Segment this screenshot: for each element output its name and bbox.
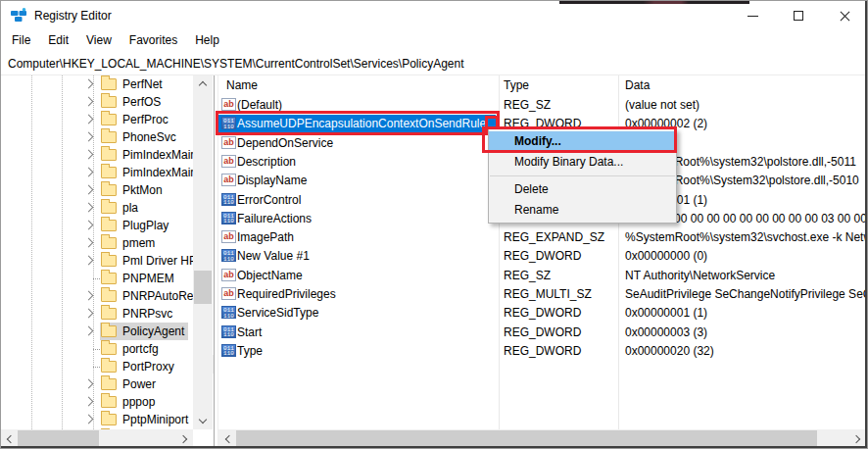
value-name: (Default) xyxy=(237,98,282,112)
expand-chevron-icon[interactable] xyxy=(84,397,94,407)
expand-chevron-icon[interactable] xyxy=(84,415,94,424)
tree-item-pml-driver-hp[interactable]: Pml Driver HP xyxy=(1,252,193,270)
tree-item-body[interactable]: pmem xyxy=(100,234,159,252)
tree-item-pmem[interactable]: pmem xyxy=(1,234,193,252)
expand-chevron-icon[interactable] xyxy=(84,291,94,301)
tree-item-phonesvc[interactable]: PhoneSvc xyxy=(1,128,193,146)
tree-item-body[interactable]: PerfOS xyxy=(100,93,165,111)
tree-item-pimindexmain[interactable]: PimIndexMain xyxy=(1,164,193,181)
tree-item-pptpminiport[interactable]: PptpMiniport xyxy=(1,411,193,428)
address-bar[interactable]: Computer\HKEY_LOCAL_MACHINE\SYSTEM\Curre… xyxy=(1,52,867,75)
menu-item-delete[interactable]: Delete xyxy=(489,179,676,200)
close-button[interactable] xyxy=(822,1,867,30)
expand-chevron-icon[interactable] xyxy=(84,79,94,89)
tree-item-pppop[interactable]: pppop xyxy=(1,393,193,411)
menu-item-rename[interactable]: Rename xyxy=(489,200,676,221)
tree-item-portcfg[interactable]: portcfg xyxy=(1,340,193,358)
tree-item-body[interactable]: PktMon xyxy=(100,181,167,199)
tree-item-body[interactable]: Pml Driver HP xyxy=(100,252,193,270)
tree-item-pktmon[interactable]: PktMon xyxy=(1,181,193,199)
tree-item-pnrpsvc[interactable]: PNRPsvc xyxy=(1,305,193,323)
scroll-left-icon[interactable] xyxy=(1,430,18,447)
tree-item-body[interactable]: PerfProc xyxy=(100,111,172,128)
expand-chevron-icon[interactable] xyxy=(84,309,94,319)
tree-item-perfproc[interactable]: PerfProc xyxy=(1,111,193,128)
menubar-edit[interactable]: Edit xyxy=(39,30,77,52)
folder-icon xyxy=(101,273,117,284)
list-hscroll-thumb[interactable] xyxy=(236,430,817,447)
tree-item-body[interactable]: PNPMEM xyxy=(100,270,178,287)
folder-icon xyxy=(101,202,117,214)
value-row-objectname[interactable]: abObjectNameREG_SZNT Authority\NetworkSe… xyxy=(218,267,867,285)
value-row-new-value-1[interactable]: 011110New Value #1REG_DWORD0x00000000 (0… xyxy=(218,247,867,266)
value-row-start[interactable]: 011110StartREG_DWORD0x00000003 (3) xyxy=(218,324,867,342)
tree-item-perfos[interactable]: PerfOS xyxy=(1,93,193,111)
tree-item-body[interactable]: PlugPlay xyxy=(100,217,172,234)
tree-item-body[interactable]: PimIndexMain xyxy=(100,146,193,164)
tree-item-pnpmem[interactable]: PNPMEM xyxy=(1,270,193,287)
scroll-up-icon[interactable] xyxy=(194,75,211,92)
tree-pane: PerfNetPerfOSPerfProcPhoneSvcPimIndexMai… xyxy=(1,75,214,448)
column-header-type[interactable]: Type xyxy=(504,78,529,92)
tree-item-pimindexmain[interactable]: PimIndexMain xyxy=(1,146,193,164)
scroll-right-icon[interactable] xyxy=(176,430,193,447)
expand-chevron-icon[interactable] xyxy=(84,150,94,160)
expand-chevron-icon[interactable] xyxy=(84,115,94,125)
tree-item-body[interactable]: portcfg xyxy=(100,340,163,358)
tree-item-body[interactable]: PptpMiniport xyxy=(100,411,192,428)
tree-item-body[interactable]: PNRPsvc xyxy=(100,305,176,323)
tree-hscroll-thumb[interactable] xyxy=(18,430,99,447)
tree-item-body[interactable]: PimIndexMain xyxy=(100,164,193,181)
menubar-view[interactable]: View xyxy=(77,30,121,52)
tree-item-body[interactable]: PolicyAgent xyxy=(100,323,188,340)
value-row-type[interactable]: 011110TypeREG_DWORD0x00000020 (32) xyxy=(218,342,867,361)
column-header-data[interactable]: Data xyxy=(625,78,650,92)
tree-item-body[interactable]: PhoneSvc xyxy=(100,128,180,146)
scroll-down-icon[interactable] xyxy=(194,413,211,429)
tree-item-body[interactable]: pla xyxy=(100,199,142,217)
tree-item-power[interactable]: Power xyxy=(1,375,193,393)
tree-item-pla[interactable]: pla xyxy=(1,199,193,217)
expand-chevron-icon[interactable] xyxy=(84,379,94,389)
tree-item-body[interactable]: PortProxy xyxy=(100,358,178,375)
tree-vertical-scrollbar[interactable] xyxy=(193,75,213,429)
minimize-button[interactable] xyxy=(730,1,775,30)
expand-chevron-icon[interactable] xyxy=(84,168,94,177)
tree-item-label: pmem xyxy=(122,236,155,250)
tree-item-policyagent[interactable]: PolicyAgent xyxy=(1,323,193,340)
expand-chevron-icon[interactable] xyxy=(84,238,94,248)
expand-chevron-icon[interactable] xyxy=(84,326,94,336)
tree-item-plugplay[interactable]: PlugPlay xyxy=(1,217,193,234)
tree-item-portproxy[interactable]: PortProxy xyxy=(1,358,193,375)
tree-vscroll-thumb[interactable] xyxy=(194,271,212,304)
menubar-help[interactable]: Help xyxy=(186,30,228,52)
scroll-right-icon[interactable] xyxy=(849,430,866,447)
value-row-requiredprivileges[interactable]: abRequiredPrivilegesREG_MULTI_SZSeAuditP… xyxy=(218,285,867,304)
expand-chevron-icon[interactable] xyxy=(84,256,94,266)
column-header-name[interactable]: Name xyxy=(226,78,258,92)
tree-item-perfnet[interactable]: PerfNet xyxy=(1,75,193,93)
scroll-left-icon[interactable] xyxy=(219,430,236,447)
tree-item-body[interactable]: pppop xyxy=(100,393,159,411)
expand-chevron-icon[interactable] xyxy=(84,203,94,213)
expand-chevron-icon[interactable] xyxy=(84,97,94,107)
maximize-button[interactable] xyxy=(776,1,821,30)
value-row-imagepath[interactable]: abImagePathREG_EXPAND_SZ%SystemRoot%\sys… xyxy=(218,228,867,247)
folder-icon xyxy=(101,255,117,267)
annotation-box-selected-value xyxy=(216,111,500,135)
menu-item-modify-binary-data[interactable]: Modify Binary Data... xyxy=(489,152,676,173)
value-data: 0x00000020 (32) xyxy=(625,344,714,358)
tree-item-body[interactable]: Power xyxy=(100,375,160,393)
expand-chevron-icon[interactable] xyxy=(84,221,94,230)
expand-chevron-icon[interactable] xyxy=(84,185,94,195)
expand-chevron-icon[interactable] xyxy=(84,132,94,142)
tree-item-pnrpautoreg[interactable]: PNRPAutoReg xyxy=(1,287,193,305)
value-row-servicesidtype[interactable]: 011110ServiceSidTypeREG_DWORD0x00000001 … xyxy=(218,304,867,323)
menubar-favorites[interactable]: Favorites xyxy=(121,30,186,52)
pane-splitter[interactable] xyxy=(214,75,215,448)
tree-item-body[interactable]: PNRPAutoReg xyxy=(100,287,193,305)
tree-item-body[interactable]: PerfNet xyxy=(100,75,167,93)
window-title: Registry Editor xyxy=(34,9,112,23)
value-name: ErrorControl xyxy=(237,193,301,207)
menubar-file[interactable]: File xyxy=(3,30,39,52)
